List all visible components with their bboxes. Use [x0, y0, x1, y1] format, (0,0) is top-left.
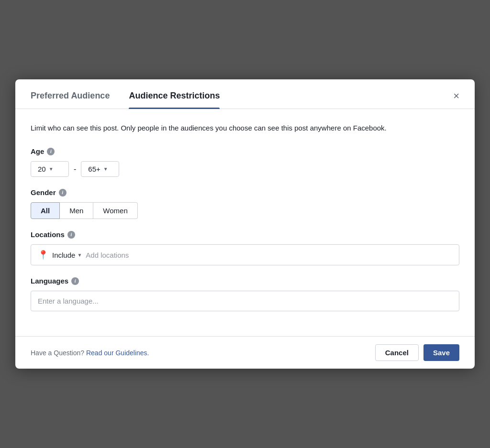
age-min-arrow: ▼	[49, 166, 54, 172]
languages-section: Languages i	[31, 277, 459, 311]
age-info-icon[interactable]: i	[47, 148, 55, 155]
description-text: Limit who can see this post. Only people…	[31, 122, 459, 134]
gender-label: Gender	[31, 188, 56, 197]
locations-info-icon[interactable]: i	[67, 231, 75, 239]
footer-question: Have a Question? Read our Guidelines.	[31, 349, 149, 357]
tab-preferred-audience[interactable]: Preferred Audience	[31, 91, 110, 109]
include-arrow-icon: ▼	[77, 252, 82, 258]
cancel-button[interactable]: Cancel	[375, 344, 419, 361]
locations-input-wrapper[interactable]: 📍 Include ▼ Add locations	[31, 244, 459, 265]
gender-label-row: Gender i	[31, 188, 459, 197]
close-button[interactable]: ×	[449, 89, 463, 103]
locations-placeholder[interactable]: Add locations	[86, 251, 452, 259]
locations-label-row: Locations i	[31, 230, 459, 239]
save-button[interactable]: Save	[423, 344, 459, 361]
gender-btn-women[interactable]: Women	[93, 202, 137, 219]
gender-btn-all[interactable]: All	[31, 202, 60, 219]
locations-section: Locations i 📍 Include ▼ Add locations	[31, 230, 459, 265]
tab-audience-restrictions[interactable]: Audience Restrictions	[129, 91, 220, 109]
age-max-arrow: ▼	[103, 166, 108, 172]
age-section: Age i 20 ▼ - 65+ ▼	[31, 147, 459, 177]
gender-btn-men[interactable]: Men	[60, 202, 93, 219]
modal-body: Limit who can see this post. Only people…	[15, 109, 475, 336]
age-dash: -	[74, 165, 76, 174]
modal-dialog: Preferred Audience Audience Restrictions…	[15, 79, 475, 369]
languages-label-row: Languages i	[31, 277, 459, 285]
question-text: Have a Question?	[31, 349, 84, 357]
age-max-value: 65+	[88, 165, 100, 173]
modal-footer: Have a Question? Read our Guidelines. Ca…	[15, 336, 475, 369]
languages-label: Languages	[31, 277, 68, 285]
age-min-select[interactable]: 20 ▼	[31, 161, 69, 177]
gender-button-group: All Men Women	[31, 202, 459, 219]
locations-label: Locations	[31, 230, 65, 239]
age-label: Age	[31, 147, 44, 155]
languages-info-icon[interactable]: i	[71, 277, 79, 285]
age-controls: 20 ▼ - 65+ ▼	[31, 161, 459, 177]
gender-section: Gender i All Men Women	[31, 188, 459, 219]
gender-info-icon[interactable]: i	[59, 189, 67, 197]
age-label-row: Age i	[31, 147, 459, 155]
footer-buttons: Cancel Save	[375, 344, 459, 361]
guidelines-link[interactable]: Read our Guidelines.	[86, 349, 149, 357]
modal-header: Preferred Audience Audience Restrictions…	[15, 79, 475, 109]
include-dropdown[interactable]: Include ▼	[52, 251, 82, 259]
age-max-select[interactable]: 65+ ▼	[81, 161, 119, 177]
languages-input[interactable]	[31, 291, 459, 311]
include-label: Include	[52, 251, 75, 259]
age-min-value: 20	[38, 165, 46, 173]
location-pin-icon: 📍	[38, 250, 48, 260]
